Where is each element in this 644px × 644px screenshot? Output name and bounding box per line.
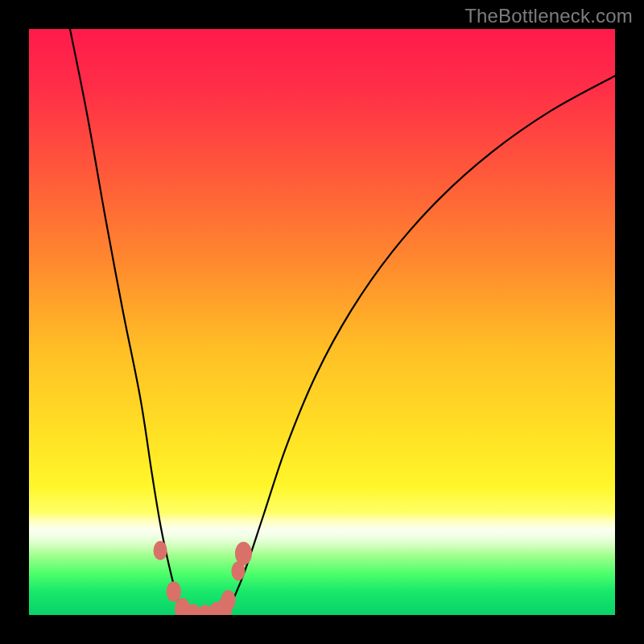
chart-svg [29, 29, 615, 615]
data-markers [154, 541, 252, 615]
bottleneck-curve [70, 29, 615, 615]
plot-area [29, 29, 615, 615]
data-marker [221, 590, 235, 610]
chart-frame: TheBottleneck.com [0, 0, 644, 644]
data-marker [167, 581, 181, 601]
data-marker [235, 542, 252, 565]
watermark-text: TheBottleneck.com [464, 5, 633, 27]
data-marker [154, 541, 167, 560]
